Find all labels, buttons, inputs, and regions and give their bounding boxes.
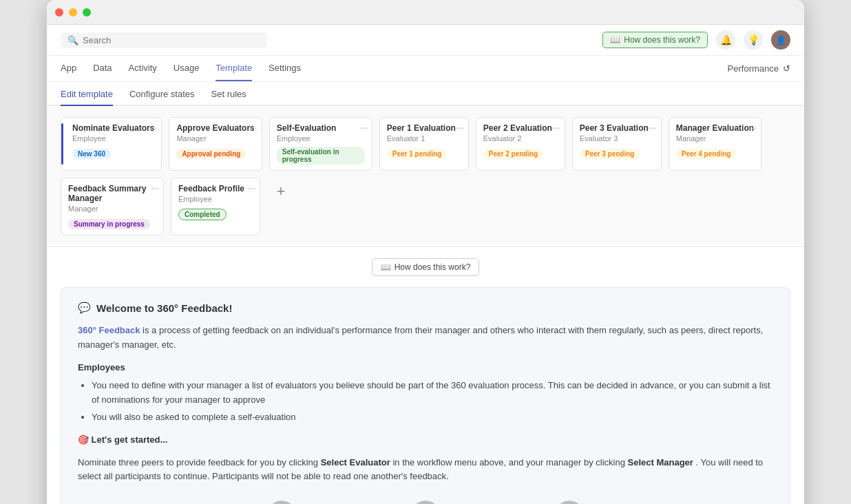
- workflow-row-2: Feedback Summary Manager Manager Summary…: [61, 178, 790, 235]
- card-badge: Approval pending: [176, 149, 246, 159]
- card-menu-icon[interactable]: ···: [151, 182, 159, 193]
- topbar: 🔍 📖 How does this work? 🔔 💡 👤: [47, 25, 804, 56]
- lets-get-started: 🎯 Let's get started...: [78, 433, 773, 448]
- info-body: 360° Feedback is a process of getting fe…: [78, 324, 773, 504]
- how-center: 📖 How does this work?: [47, 247, 804, 287]
- book-center-icon: 📖: [381, 262, 391, 272]
- card-title: Approve Evaluators: [176, 123, 254, 133]
- body-text: is a process of getting feedback on an i…: [78, 325, 763, 350]
- 360-feedback-label: 360° Feedback: [78, 325, 140, 335]
- workflow-row-1: Nominate Evaluators Employee New 360 ···…: [61, 117, 790, 171]
- evaluator-avatar-3: 👤: [556, 501, 583, 504]
- card-badge: Peer 4 pending: [676, 149, 737, 159]
- card-role: Employee: [277, 134, 365, 143]
- workflow-card-approve[interactable]: Approve Evaluators Manager Approval pend…: [169, 117, 262, 171]
- card-role: Manager: [676, 134, 754, 143]
- workflow-card-peer2[interactable]: Peer 2 Evaluation Evaluator 2 Peer 2 pen…: [476, 117, 565, 171]
- refresh-icon[interactable]: ↺: [783, 63, 790, 74]
- card-role: Manager: [68, 204, 156, 213]
- card-badge: Completed: [178, 209, 227, 220]
- workflow-card-peer3[interactable]: Peer 3 Evaluation Evaluator 3 Peer 3 pen…: [572, 117, 662, 171]
- tab-activity[interactable]: Activity: [129, 56, 157, 81]
- tab-app[interactable]: App: [61, 56, 76, 81]
- card-title: Self-Evaluation: [277, 123, 365, 133]
- subtab-set-rules[interactable]: Set rules: [211, 83, 246, 106]
- evaluator-step-2: 👤 Select Evaluator 2: [395, 501, 456, 504]
- how-does-this-work-button[interactable]: 📖 How does this work?: [602, 32, 708, 48]
- evaluator-step-1: 👤 Select Evaluator 1: [251, 501, 312, 504]
- card-role: Evaluator 2: [483, 134, 558, 143]
- workflow-card-feedback-summary[interactable]: Feedback Summary Manager Manager Summary…: [61, 178, 164, 235]
- tab-data[interactable]: Data: [93, 56, 112, 81]
- card-menu-icon[interactable]: ···: [649, 122, 657, 133]
- close-button[interactable]: [55, 8, 63, 17]
- card-badge: Summary in progress: [68, 219, 150, 229]
- card-badge: Peer 3 pending: [580, 149, 640, 159]
- subtab-configure-states[interactable]: Configure states: [129, 83, 195, 106]
- workflow-card-manager-eval[interactable]: Manager Evaluation Manager Peer 4 pendin…: [669, 117, 761, 171]
- performance-label: Performance: [728, 63, 779, 74]
- card-badge: Self-evaluation in progress: [277, 147, 365, 165]
- book-icon: 📖: [610, 35, 620, 45]
- tab-usage[interactable]: Usage: [174, 56, 200, 81]
- evaluator-row: 👤 Select Evaluator 1 👤 Select Evaluator …: [78, 495, 773, 504]
- nominate-text: Nominate three peers to provide feedback…: [78, 456, 773, 485]
- employees-header: Employees: [78, 361, 773, 375]
- card-menu-icon[interactable]: ···: [249, 122, 258, 133]
- card-title: Peer 2 Evaluation: [483, 123, 558, 133]
- card-title: Manager Evaluation: [676, 123, 754, 133]
- tab-settings[interactable]: Settings: [269, 56, 301, 81]
- evaluator-avatar-1: 👤: [268, 501, 295, 504]
- evaluator-avatar-2: 👤: [412, 501, 439, 504]
- card-role: Evaluator 1: [387, 134, 461, 143]
- card-menu-icon[interactable]: ···: [149, 122, 158, 133]
- topbar-right: 📖 How does this work? 🔔 💡 👤: [602, 30, 790, 50]
- workflow-card-feedback-profile[interactable]: Feedback Profile Employee Completed ···: [171, 178, 260, 235]
- card-title: Feedback Profile: [178, 184, 253, 193]
- workflow-card-self-eval[interactable]: Self-Evaluation Employee Self-evaluation…: [269, 117, 372, 171]
- card-title: Peer 1 Evaluation: [387, 123, 461, 133]
- nav-right: Performance ↺: [728, 63, 790, 74]
- search-box[interactable]: 🔍: [61, 32, 267, 48]
- card-title: Peer 3 Evaluation: [580, 123, 654, 133]
- main-content: 📖 How does this work? 💬 Welcome to 360° …: [47, 247, 804, 504]
- maximize-button[interactable]: [83, 8, 91, 17]
- card-title: Feedback Summary Manager: [68, 184, 156, 203]
- card-menu-icon[interactable]: ···: [359, 122, 368, 133]
- notification-bell-button[interactable]: 🔔: [716, 30, 735, 50]
- tab-template[interactable]: Template: [216, 56, 252, 81]
- titlebar: [47, 0, 804, 25]
- card-menu-icon[interactable]: ···: [748, 122, 757, 133]
- workflow-area: Nominate Evaluators Employee New 360 ···…: [47, 106, 804, 247]
- card-menu-icon[interactable]: ···: [247, 182, 255, 193]
- card-badge: Peer 1 pending: [387, 149, 448, 159]
- chat-icon: 💬: [78, 302, 91, 314]
- info-title: 💬 Welcome to 360° Feedback!: [78, 302, 773, 314]
- avatar[interactable]: 👤: [771, 30, 790, 50]
- workflow-card-peer1[interactable]: Peer 1 Evaluation Evaluator 1 Peer 1 pen…: [379, 117, 469, 171]
- card-role: Manager: [176, 134, 254, 143]
- card-menu-icon[interactable]: ···: [552, 122, 560, 133]
- minimize-button[interactable]: [69, 8, 77, 17]
- card-title: Nominate Evaluators: [72, 123, 154, 133]
- main-window: 🔍 📖 How does this work? 🔔 💡 👤 App Data A…: [47, 0, 804, 504]
- nav-tabs: App Data Activity Usage Template Setting…: [47, 56, 804, 82]
- card-role: Evaluator 3: [580, 134, 654, 143]
- accent-bar: [61, 123, 63, 165]
- search-input[interactable]: [83, 35, 260, 45]
- card-role: Employee: [72, 134, 154, 143]
- search-icon: 🔍: [67, 35, 78, 45]
- info-panel: 💬 Welcome to 360° Feedback! 360° Feedbac…: [61, 287, 790, 504]
- card-badge: New 360: [72, 149, 111, 159]
- subtab-edit-template[interactable]: Edit template: [61, 83, 113, 106]
- bullet-list: You need to define with your manager a l…: [78, 379, 773, 424]
- workflow-card-nominate[interactable]: Nominate Evaluators Employee New 360 ···: [61, 117, 162, 171]
- bullet-item-2: You will also be asked to complete a sel…: [92, 410, 773, 425]
- how-does-this-work-center-button[interactable]: 📖 How does this work?: [372, 258, 480, 276]
- card-badge: Peer 2 pending: [483, 149, 544, 159]
- evaluator-step-3: 👤 Select Evaluator 3: [539, 501, 600, 504]
- card-menu-icon[interactable]: ···: [456, 122, 464, 133]
- sub-tabs: Edit template Configure states Set rules: [47, 83, 804, 106]
- lightbulb-button[interactable]: 💡: [744, 30, 763, 50]
- add-card-button[interactable]: +: [267, 178, 295, 205]
